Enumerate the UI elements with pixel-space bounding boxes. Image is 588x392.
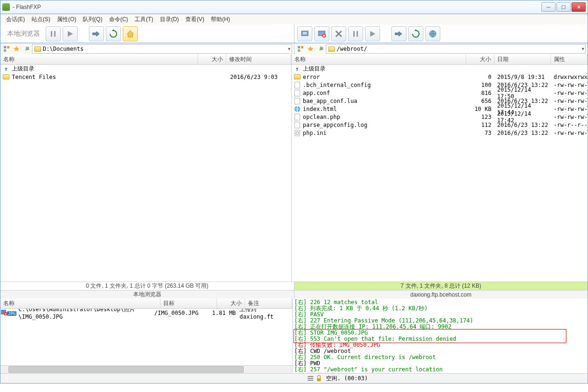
pause-button[interactable] xyxy=(46,26,61,41)
chevron-down-icon[interactable]: ▼ xyxy=(582,47,584,51)
svg-rect-14 xyxy=(298,49,300,52)
file-icon xyxy=(294,114,301,120)
transfer-button-r[interactable] xyxy=(391,26,406,41)
file-attr: -rw-rw-rw- xyxy=(551,106,588,112)
tree-icon[interactable] xyxy=(2,45,11,53)
queue-pane: 名称 目标 大小 备注 JPGC:\Users\Administrator\De… xyxy=(0,298,293,373)
refresh-button[interactable] xyxy=(106,26,121,41)
up-arrow-icon: ↑ xyxy=(2,66,10,72)
file-size: 10 KB xyxy=(466,106,494,112)
file-attr: -rw-rw-rw- xyxy=(551,114,588,120)
path-right[interactable]: /webroot/ ▼ xyxy=(326,44,586,54)
queue-row[interactable]: JPGC:\Users\Administrator\Desktop\照片\IMG… xyxy=(0,309,292,317)
file-row[interactable]: opclean.php1232015/12/14 17:42-rw-rw-rw- xyxy=(292,113,588,121)
close-button[interactable]: ✕ xyxy=(572,2,586,12)
filelist-left[interactable]: ↑上级目录Tencent Files2016/6/23 9:03 xyxy=(0,65,291,282)
connect-button[interactable] xyxy=(297,26,312,41)
svg-rect-12 xyxy=(298,46,300,48)
status-text: 空闲. (00:03) xyxy=(326,375,585,383)
transfer-button[interactable] xyxy=(89,26,104,41)
queue-list[interactable]: JPGC:\Users\Administrator\Desktop\照片\IMG… xyxy=(0,309,292,365)
file-row[interactable]: app.conf8162015/12/14 17:50-rw-rw-rw- xyxy=(292,89,588,97)
play-button[interactable] xyxy=(63,26,78,41)
up-icon[interactable] xyxy=(22,45,31,53)
window-title: - FlashFXP xyxy=(13,4,541,10)
qcol-target[interactable]: 目标 xyxy=(160,298,217,308)
filelist-right[interactable]: ↑上级目录error02015/9/8 19:31drwxrwxrwx.bch_… xyxy=(292,65,588,282)
globe-button[interactable] xyxy=(425,26,440,41)
toolbar-right xyxy=(294,24,588,43)
file-row[interactable]: parse_appconfig.log1122016/6/23 13:22-rw… xyxy=(292,121,588,129)
file-row[interactable]: Tencent Files2016/6/23 9:03 xyxy=(0,73,291,81)
col-size[interactable]: 大小 xyxy=(198,55,226,64)
refresh-button-r[interactable] xyxy=(408,26,423,41)
status-icons xyxy=(307,375,322,382)
updir-row[interactable]: ↑上级目录 xyxy=(0,65,291,73)
play-button-r[interactable] xyxy=(365,26,380,41)
scrollbar-h[interactable] xyxy=(0,365,292,373)
qcol-size[interactable]: 大小 xyxy=(217,298,245,308)
col-name[interactable]: 名称 xyxy=(0,55,198,64)
col-attr[interactable]: 属性 xyxy=(551,55,588,64)
scroll-thumb[interactable] xyxy=(8,366,244,373)
lock-icon xyxy=(316,375,322,382)
file-size: 73 xyxy=(466,130,494,136)
titlebar: - FlashFXP ─ ☐ ✕ xyxy=(0,0,588,14)
log-pane[interactable]: [右] 226 12 matches total[右] 列表完成: 1 KB 于… xyxy=(293,298,588,373)
col-size[interactable]: 大小 xyxy=(466,55,494,64)
log-line: 传输队列已完成 xyxy=(294,373,586,373)
status-left-1: 0 文件, 1 文件夹, 1 总计 0 字节 (263.14 GB 可用) xyxy=(0,282,294,290)
home-button[interactable] xyxy=(123,26,138,41)
file-name: app.conf xyxy=(303,90,466,96)
file-mtime: 2016/6/23 9:03 xyxy=(226,74,278,80)
status-left-2: 本地浏览器 xyxy=(0,290,294,298)
svg-rect-13 xyxy=(301,46,303,48)
bookmark-icon[interactable] xyxy=(12,45,21,53)
file-attr: -rw-rw-rw- xyxy=(551,82,588,88)
path-left[interactable]: D:\Documents ▼ xyxy=(32,44,292,54)
svg-rect-7 xyxy=(357,31,358,37)
menu-item[interactable]: 站点(S) xyxy=(29,15,53,24)
col-name[interactable]: 名称 xyxy=(292,55,466,64)
menu-item[interactable]: 帮助(H) xyxy=(208,15,233,24)
col-mtime[interactable]: 修改时间 xyxy=(226,55,291,64)
chevron-down-icon[interactable]: ▼ xyxy=(288,47,290,51)
file-name: bae_app_conf.lua xyxy=(303,98,466,104)
path-left-text: D:\Documents xyxy=(43,46,84,52)
svg-rect-9 xyxy=(4,46,6,48)
folder-icon xyxy=(328,47,335,52)
navbars: D:\Documents ▼ /webroot/ ▼ xyxy=(0,43,588,55)
file-size: 123 xyxy=(466,114,494,120)
app-icon xyxy=(2,3,10,11)
jpg-icon: JPG xyxy=(7,310,18,316)
menu-item[interactable]: 命令(C) xyxy=(106,15,131,24)
bookmark-icon-r[interactable] xyxy=(306,45,315,53)
nav-right: /webroot/ ▼ xyxy=(294,43,588,55)
log-line: [右] 250 OK. Current directory is /webroo… xyxy=(294,354,586,361)
menu-item[interactable]: 队列(Q) xyxy=(80,15,105,24)
pause-button-r[interactable] xyxy=(348,26,363,41)
file-row[interactable]: error02015/9/8 19:31drwxrwxrwx xyxy=(292,73,588,81)
menu-item[interactable]: 目录(D) xyxy=(157,15,182,24)
disconnect-button[interactable] xyxy=(314,26,329,41)
status-right-1: 7 文件, 1 文件夹, 8 总计 (12 KB) xyxy=(294,282,588,290)
menu-item[interactable]: 会话(E) xyxy=(3,15,28,24)
col-date[interactable]: 日期 xyxy=(494,55,551,64)
menu-item[interactable]: 属性(O) xyxy=(54,15,79,24)
qcol-name[interactable]: 名称 xyxy=(0,298,160,308)
tree-icon-r[interactable] xyxy=(296,45,305,53)
updir-row[interactable]: ↑上级目录 xyxy=(292,65,588,73)
cols-left: 名称 大小 修改时间 xyxy=(0,55,291,65)
file-row[interactable]: php.ini732016/6/23 13:22-rw-rw-rw- xyxy=(292,129,588,137)
up-icon-r[interactable] xyxy=(316,45,325,53)
qcol-note[interactable]: 备注 xyxy=(245,298,292,308)
maximize-button[interactable]: ☐ xyxy=(556,2,571,12)
toolbar-left: 本地浏览器 xyxy=(0,24,294,43)
file-size: 100 xyxy=(466,82,494,88)
abort-button[interactable] xyxy=(331,26,346,41)
file-size: 0 xyxy=(466,74,494,80)
menu-item[interactable]: 查看(V) xyxy=(183,15,207,24)
minimize-button[interactable]: ─ xyxy=(541,2,556,12)
svg-rect-3 xyxy=(303,32,307,34)
menu-item[interactable]: 工具(T) xyxy=(132,15,156,24)
